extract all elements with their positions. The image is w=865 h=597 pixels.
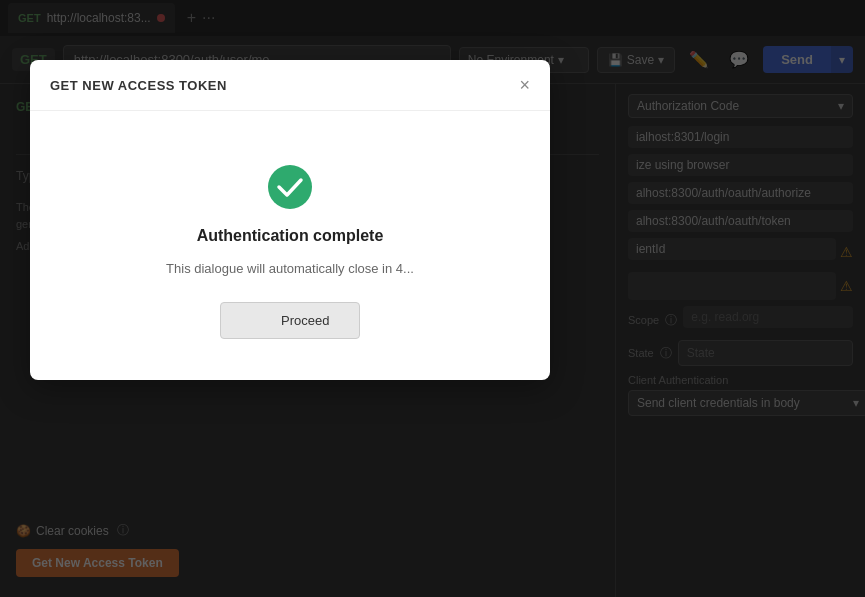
- modal-overlay: GET NEW ACCESS TOKEN × Authentication co…: [0, 0, 865, 597]
- auth-complete-title: Authentication complete: [197, 227, 384, 245]
- modal-body: Authentication complete This dialogue wi…: [30, 111, 550, 380]
- modal-close-button[interactable]: ×: [519, 76, 530, 94]
- get-new-access-token-modal: GET NEW ACCESS TOKEN × Authentication co…: [30, 60, 550, 380]
- modal-header: GET NEW ACCESS TOKEN ×: [30, 60, 550, 111]
- svg-point-0: [268, 165, 312, 209]
- proceed-button[interactable]: Proceed: [220, 302, 360, 339]
- modal-title: GET NEW ACCESS TOKEN: [50, 78, 227, 93]
- success-icon: [266, 163, 314, 211]
- auth-complete-subtitle: This dialogue will automatically close i…: [166, 261, 414, 276]
